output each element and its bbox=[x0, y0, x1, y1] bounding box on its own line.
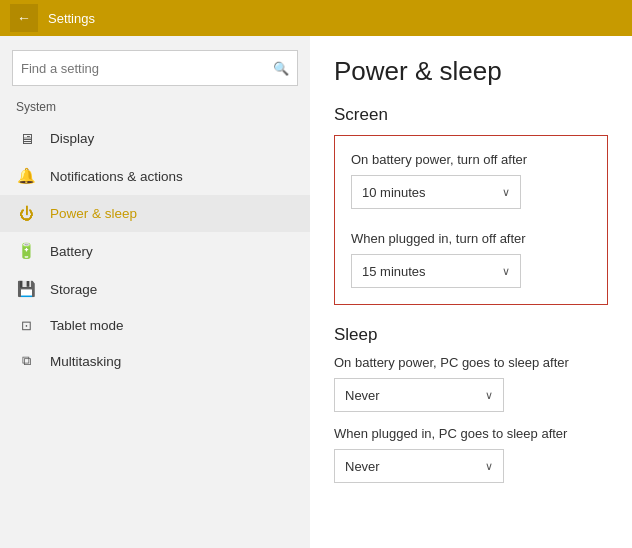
main-layout: 🔍 System 🖥 Display 🔔 Notifications & act… bbox=[0, 36, 632, 548]
back-icon: ← bbox=[17, 10, 31, 26]
battery-sleep-value: Never bbox=[345, 388, 380, 403]
sidebar-item-power[interactable]: ⏻ Power & sleep bbox=[0, 195, 310, 232]
notifications-icon: 🔔 bbox=[16, 167, 36, 185]
sleep-section: Sleep On battery power, PC goes to sleep… bbox=[334, 325, 608, 483]
battery-sleep-setting: On battery power, PC goes to sleep after… bbox=[334, 355, 608, 412]
title-bar: ← Settings bbox=[0, 0, 632, 36]
sidebar-item-battery[interactable]: 🔋 Battery bbox=[0, 232, 310, 270]
sidebar-label-tablet: Tablet mode bbox=[50, 318, 124, 333]
sidebar-label-battery: Battery bbox=[50, 244, 93, 259]
plugged-screen-value: 15 minutes bbox=[362, 264, 426, 279]
plugged-sleep-arrow: ∨ bbox=[485, 460, 493, 473]
system-label: System bbox=[0, 96, 310, 120]
plugged-sleep-setting: When plugged in, PC goes to sleep after … bbox=[334, 426, 608, 483]
power-icon: ⏻ bbox=[16, 205, 36, 222]
sidebar-label-notifications: Notifications & actions bbox=[50, 169, 183, 184]
screen-section: On battery power, turn off after 10 minu… bbox=[334, 135, 608, 305]
sidebar-label-storage: Storage bbox=[50, 282, 97, 297]
plugged-sleep-dropdown[interactable]: Never ∨ bbox=[334, 449, 504, 483]
battery-sleep-label: On battery power, PC goes to sleep after bbox=[334, 355, 608, 370]
tablet-icon: ⊡ bbox=[16, 318, 36, 333]
sidebar: 🔍 System 🖥 Display 🔔 Notifications & act… bbox=[0, 36, 310, 548]
title-bar-text: Settings bbox=[48, 11, 95, 26]
battery-screen-dropdown[interactable]: 10 minutes ∨ bbox=[351, 175, 521, 209]
screen-section-title: Screen bbox=[334, 105, 608, 125]
plugged-sleep-label: When plugged in, PC goes to sleep after bbox=[334, 426, 608, 441]
sidebar-item-display[interactable]: 🖥 Display bbox=[0, 120, 310, 157]
battery-sleep-arrow: ∨ bbox=[485, 389, 493, 402]
plugged-screen-arrow: ∨ bbox=[502, 265, 510, 278]
search-box[interactable]: 🔍 bbox=[12, 50, 298, 86]
storage-icon: 💾 bbox=[16, 280, 36, 298]
sidebar-item-storage[interactable]: 💾 Storage bbox=[0, 270, 310, 308]
plugged-sleep-value: Never bbox=[345, 459, 380, 474]
sidebar-label-power: Power & sleep bbox=[50, 206, 137, 221]
sidebar-label-display: Display bbox=[50, 131, 94, 146]
battery-icon: 🔋 bbox=[16, 242, 36, 260]
plugged-screen-dropdown[interactable]: 15 minutes ∨ bbox=[351, 254, 521, 288]
page-title: Power & sleep bbox=[334, 56, 608, 87]
multitasking-icon: ⧉ bbox=[16, 353, 36, 369]
battery-screen-label: On battery power, turn off after bbox=[351, 152, 591, 167]
sidebar-item-multitasking[interactable]: ⧉ Multitasking bbox=[0, 343, 310, 379]
battery-screen-arrow: ∨ bbox=[502, 186, 510, 199]
battery-sleep-dropdown[interactable]: Never ∨ bbox=[334, 378, 504, 412]
display-icon: 🖥 bbox=[16, 130, 36, 147]
content-area: Power & sleep Screen On battery power, t… bbox=[310, 36, 632, 548]
plugged-screen-label: When plugged in, turn off after bbox=[351, 231, 591, 246]
sleep-section-title: Sleep bbox=[334, 325, 608, 345]
battery-screen-value: 10 minutes bbox=[362, 185, 426, 200]
sidebar-item-notifications[interactable]: 🔔 Notifications & actions bbox=[0, 157, 310, 195]
sidebar-item-tablet[interactable]: ⊡ Tablet mode bbox=[0, 308, 310, 343]
search-icon: 🔍 bbox=[273, 61, 289, 76]
sidebar-label-multitasking: Multitasking bbox=[50, 354, 121, 369]
back-button[interactable]: ← bbox=[10, 4, 38, 32]
search-input[interactable] bbox=[21, 61, 273, 76]
